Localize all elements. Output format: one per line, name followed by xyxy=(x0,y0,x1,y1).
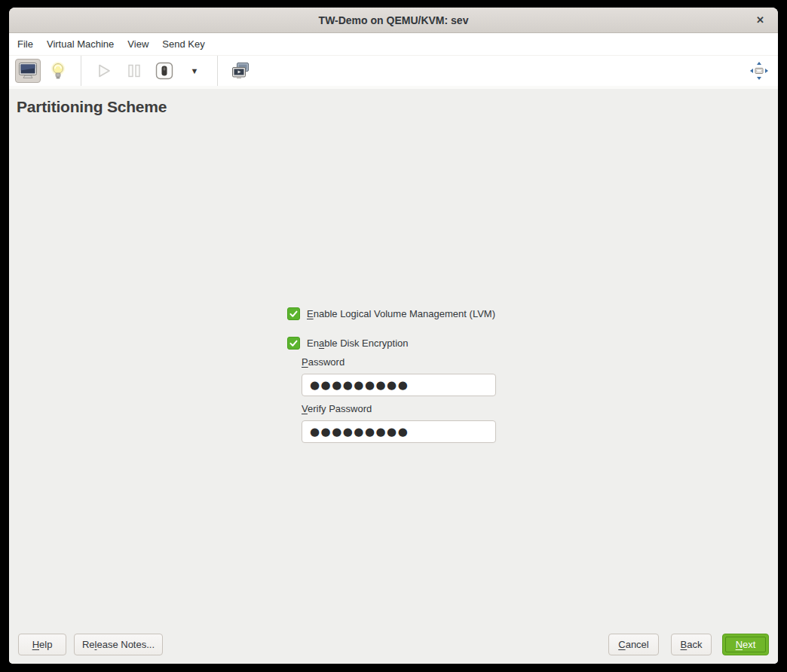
menu-virtual-machine[interactable]: Virtual Machine xyxy=(40,33,121,55)
play-icon xyxy=(96,63,112,78)
verify-password-label: Verify Password xyxy=(302,403,372,414)
cancel-button[interactable]: Cancel xyxy=(608,634,659,655)
page-title: Partitioning Scheme xyxy=(17,98,167,116)
checkbox-checked-icon xyxy=(287,307,300,320)
guest-display[interactable]: Partitioning Scheme Enable Logical Volum… xyxy=(9,86,778,664)
console-monitor-icon xyxy=(18,62,38,80)
password-field[interactable] xyxy=(302,374,496,396)
close-icon[interactable]: ✕ xyxy=(750,8,770,32)
shutdown-menu-button[interactable]: ▼ xyxy=(182,59,207,83)
toolbar: ▼ xyxy=(9,56,778,86)
pause-button[interactable] xyxy=(121,59,147,83)
run-button[interactable] xyxy=(91,59,117,83)
window-title: TW-Demo on QEMU/KVM: sev xyxy=(319,14,469,26)
help-button[interactable]: Help xyxy=(18,634,66,655)
lvm-checkbox[interactable]: Enable Logical Volume Management (LVM) xyxy=(287,307,495,320)
toolbar-separator xyxy=(81,56,81,86)
shutdown-button[interactable] xyxy=(152,59,177,83)
lightbulb-button[interactable] xyxy=(45,59,71,83)
menu-send-key[interactable]: Send Key xyxy=(155,33,211,55)
virtual-displays-icon xyxy=(231,62,250,80)
lightbulb-icon xyxy=(50,61,66,81)
shutdown-icon xyxy=(155,62,173,80)
fullscreen-button[interactable] xyxy=(746,59,772,83)
guest-top-strip xyxy=(9,86,778,89)
fullscreen-icon xyxy=(749,61,769,81)
console-button[interactable] xyxy=(15,59,41,83)
verify-password-field[interactable] xyxy=(302,420,496,443)
release-notes-button[interactable]: Release Notes... xyxy=(74,634,163,655)
vm-viewer-window: TW-Demo on QEMU/KVM: sev ✕ File Virtual … xyxy=(9,8,778,664)
titlebar[interactable]: TW-Demo on QEMU/KVM: sev ✕ xyxy=(9,8,778,33)
password-label: Password xyxy=(302,356,345,368)
virtual-displays-button[interactable] xyxy=(228,59,253,83)
shutdown-menu-arrow-icon: ▼ xyxy=(191,67,199,75)
lvm-checkbox-label: Enable Logical Volume Management (LVM) xyxy=(307,308,495,319)
screen-background: { "window": { "title": "TW-Demo on QEMU/… xyxy=(0,0,787,672)
menu-file[interactable]: File xyxy=(11,33,40,55)
menubar: File Virtual Machine View Send Key xyxy=(9,33,778,56)
disk-encryption-checkbox[interactable]: Enable Disk Encryption xyxy=(287,337,409,350)
next-button[interactable]: Next xyxy=(722,634,769,655)
back-button[interactable]: Back xyxy=(671,634,712,655)
toolbar-separator xyxy=(217,56,218,86)
menu-view[interactable]: View xyxy=(121,33,155,55)
disk-encryption-checkbox-label: Enable Disk Encryption xyxy=(307,338,409,349)
pause-icon xyxy=(127,63,141,78)
checkbox-checked-icon xyxy=(287,337,300,350)
